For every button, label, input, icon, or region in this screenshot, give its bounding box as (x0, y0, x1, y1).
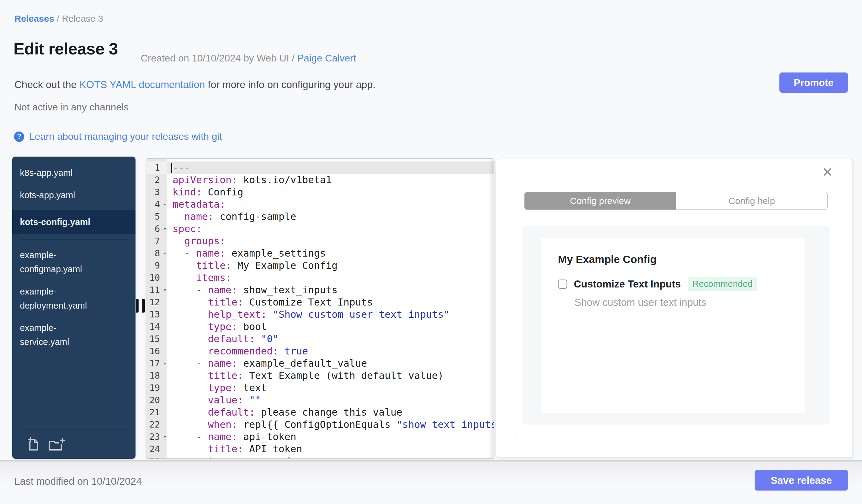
yaml-code-editor[interactable]: 1234567891011121314151617181920212223242… (146, 158, 494, 459)
sidebar-file-example-service.yaml[interactable]: example-service.yaml (12, 321, 113, 349)
gutter-line-1: 1 (146, 161, 167, 174)
code-line-24[interactable]: title: API token (167, 443, 494, 455)
breadcrumb-releases-link[interactable]: Releases (14, 13, 54, 24)
code-line-14[interactable]: type: bool (167, 320, 494, 333)
gutter-line-23[interactable]: 23 (146, 430, 167, 443)
code-line-3[interactable]: kind: Config (167, 186, 494, 198)
config-preview-panel: ✕ Config previewConfig help My Example C… (496, 159, 853, 457)
gutter-line-2: 2 (146, 174, 167, 186)
gutter-line-24: 24 (146, 443, 167, 455)
config-item-row: Customize Text Inputs Recommended (558, 277, 757, 291)
gutter-line-19: 19 (146, 382, 167, 394)
created-author-link[interactable]: Paige Calvert (297, 53, 356, 64)
config-card: My Example Config Customize Text Inputs … (541, 238, 805, 413)
git-help-row[interactable]: ? Learn about managing your releases wit… (14, 131, 222, 142)
sidebar-file-list-secondary: example-configmap.yamlexample-deployment… (12, 248, 135, 349)
docs-text-before: Check out the (14, 79, 80, 90)
code-line-19[interactable]: type: text (167, 382, 494, 394)
code-line-5[interactable]: name: config-sample (167, 210, 494, 223)
sidebar-file-example-deployment.yaml[interactable]: example-deployment.yaml (12, 284, 113, 313)
kots-yaml-docs-link[interactable]: KOTS YAML documentation (80, 79, 205, 90)
code-line-9[interactable]: title: My Example Config (167, 259, 494, 271)
gutter-line-25: 25 (146, 455, 167, 459)
gutter-line-4[interactable]: 4 (146, 198, 167, 210)
gutter-line-18: 18 (146, 369, 167, 382)
close-icon[interactable]: ✕ (822, 165, 833, 179)
config-item-help-text: Show custom user text inputs (574, 297, 706, 308)
sidebar-action-row (12, 430, 135, 459)
config-item-label[interactable]: Customize Text Inputs (574, 278, 681, 290)
code-line-15[interactable]: default: "0" (167, 333, 494, 345)
gutter-line-13: 13 (146, 308, 167, 320)
edit-release-page: Releases / Release 3 Edit release 3 Crea… (0, 0, 862, 504)
gutter-line-5: 5 (146, 210, 167, 223)
gutter-line-21: 21 (146, 406, 167, 419)
tab-config-preview[interactable]: Config preview (525, 193, 676, 210)
preview-inner-card: Config previewConfig help My Example Con… (515, 186, 837, 438)
code-line-18[interactable]: title: Text Example (with default value) (167, 369, 494, 382)
gutter-line-15: 15 (146, 333, 167, 345)
save-release-button[interactable]: Save release (755, 470, 848, 491)
gutter-line-8[interactable]: 8 (146, 247, 167, 259)
code-line-7[interactable]: groups: (167, 235, 494, 247)
gutter-line-14: 14 (146, 320, 167, 333)
code-line-25[interactable]: type: password (167, 455, 494, 459)
sidebar-file-kots-app.yaml[interactable]: kots-app.yaml (12, 188, 135, 202)
question-icon: ? (14, 132, 24, 142)
config-preview-area: My Example Config Customize Text Inputs … (522, 226, 830, 424)
page-title: Edit release 3 (13, 39, 118, 58)
code-line-22[interactable]: when: repl{{ ConfigOptionEquals "show_te… (167, 419, 494, 430)
gutter-line-12: 12 (146, 296, 167, 308)
file-sidebar: k8s-app.yamlkots-app.yamlkots-config.yam… (12, 157, 135, 459)
gutter-line-22: 22 (146, 419, 167, 430)
code-line-16[interactable]: recommended: true (167, 345, 494, 357)
preview-tabs: Config previewConfig help (524, 192, 828, 210)
code-line-23[interactable]: - name: api_token (167, 430, 494, 443)
code-line-8[interactable]: - name: example_settings (167, 247, 494, 259)
gutter-line-11[interactable]: 11 (146, 284, 167, 296)
sidebar-file-list-top: k8s-app.yamlkots-app.yamlkots-config.yam… (12, 157, 135, 234)
sidebar-divider (19, 240, 129, 240)
code-line-13[interactable]: help_text: "Show custom user text inputs… (167, 308, 494, 320)
code-line-1[interactable]: --- (167, 161, 494, 174)
promote-button[interactable]: Promote (780, 72, 848, 93)
sidebar-file-k8s-app.yaml[interactable]: k8s-app.yaml (12, 166, 135, 180)
sidebar-bottom (12, 430, 135, 459)
created-text: Created on 10/10/2024 by Web UI / (141, 53, 297, 64)
gutter-line-6[interactable]: 6 (146, 223, 167, 235)
code-line-11[interactable]: - name: show_text_inputs (167, 284, 494, 296)
breadcrumb: Releases / Release 3 (14, 13, 103, 24)
new-file-icon[interactable] (27, 436, 40, 451)
editor-gutter: 1234567891011121314151617181920212223242… (146, 159, 167, 459)
gutter-line-9: 9 (146, 259, 167, 271)
sidebar-file-kots-config.yaml[interactable]: kots-config.yaml (12, 210, 135, 234)
code-line-12[interactable]: title: Customize Text Inputs (167, 296, 494, 308)
text-cursor (171, 163, 172, 173)
code-line-4[interactable]: metadata: (167, 198, 494, 210)
config-group-title: My Example Config (558, 253, 657, 265)
created-line: Created on 10/10/2024 by Web UI / Paige … (141, 53, 356, 64)
new-folder-icon[interactable] (48, 437, 66, 451)
docs-line: Check out the KOTS YAML documentation fo… (14, 79, 376, 91)
sidebar-file-example-configmap.yaml[interactable]: example-configmap.yaml (12, 248, 113, 276)
last-modified-text: Last modified on 10/10/2024 (14, 476, 142, 487)
sidebar-splitter-bar-right[interactable] (142, 299, 145, 313)
code-line-17[interactable]: - name: example_default_value (167, 357, 494, 369)
code-line-2[interactable]: apiVersion: kots.io/v1beta1 (167, 174, 494, 186)
code-line-10[interactable]: items: (167, 271, 494, 284)
git-help-link[interactable]: Learn about managing your releases with … (29, 131, 222, 142)
code-line-20[interactable]: value: "" (167, 394, 494, 406)
editor-code-area[interactable]: ---apiVersion: kots.io/v1beta1kind: Conf… (167, 159, 494, 459)
recommended-badge: Recommended (688, 277, 758, 291)
gutter-line-17[interactable]: 17 (146, 357, 167, 369)
code-line-6[interactable]: spec: (167, 223, 494, 235)
code-line-21[interactable]: default: please change this value (167, 406, 494, 419)
gutter-line-3: 3 (146, 186, 167, 198)
footer-bar: Last modified on 10/10/2024 Save release (0, 460, 862, 504)
customize-text-inputs-checkbox[interactable] (558, 279, 567, 289)
breadcrumb-current: Release 3 (62, 13, 103, 24)
tab-config-help[interactable]: Config help (676, 193, 827, 210)
gutter-line-20: 20 (146, 394, 167, 406)
channel-status: Not active in any channels (14, 102, 129, 113)
sidebar-splitter-bar-left[interactable] (136, 299, 139, 313)
